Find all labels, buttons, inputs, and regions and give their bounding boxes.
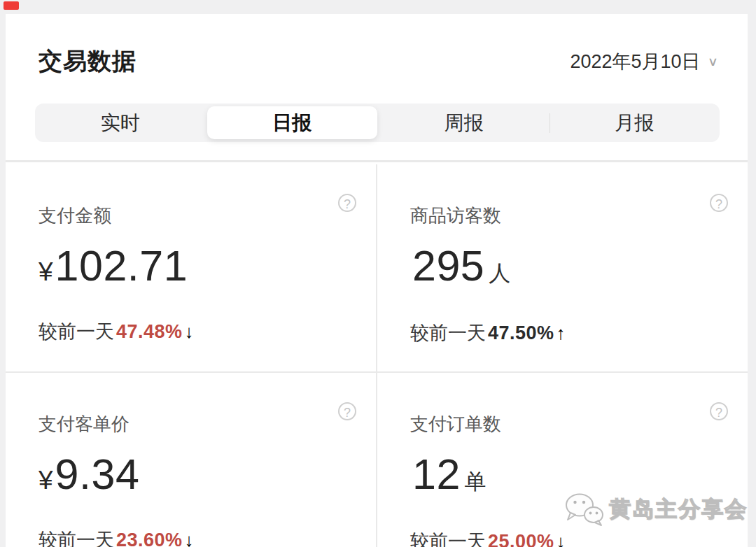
help-icon[interactable]: ? — [710, 402, 728, 420]
change-percent: 25.00% — [488, 530, 554, 547]
metric-change-row: 较前一天47.50%↑ — [410, 322, 720, 344]
help-icon[interactable]: ? — [338, 194, 356, 212]
metric-number: 295 — [412, 243, 484, 289]
metric-label: 支付订单数 — [410, 413, 720, 434]
arrow-down-icon: ↓ — [556, 530, 566, 547]
tab-monthly[interactable]: 月报 — [550, 106, 720, 139]
metric-unit: 单 — [465, 459, 486, 505]
header-row: 交易数据 2022年5月10日 ∨ — [6, 14, 748, 78]
metric-number: 9.34 — [55, 451, 140, 497]
card-payment-amount: 支付金额 ¥102.71 较前一天47.48%↓ ? — [6, 164, 376, 371]
metric-value: ¥9.34 — [38, 451, 348, 504]
compare-label: 较前一天 — [410, 530, 486, 547]
metric-cards-grid: 支付金额 ¥102.71 较前一天47.48%↓ ? 商品访客数 295人 较前… — [6, 164, 748, 547]
change-percent: 23.60% — [116, 529, 183, 547]
metric-number: 12 — [412, 451, 461, 497]
compare-label: 较前一天 — [410, 322, 486, 344]
metric-label: 商品访客数 — [410, 205, 720, 226]
tab-daily[interactable]: 日报 — [207, 106, 378, 139]
compare-label: 较前一天 — [38, 529, 114, 547]
tab-realtime[interactable]: 实时 — [35, 106, 206, 139]
metric-unit: 人 — [489, 250, 510, 297]
report-period-tabbar: 实时 日报 周报 月报 — [35, 104, 720, 142]
metric-change-row: 较前一天23.60%↓ — [38, 529, 348, 547]
help-icon[interactable]: ? — [338, 402, 356, 420]
metric-number: 102.71 — [55, 243, 188, 289]
metric-change-row: 较前一天25.00%↓ — [410, 530, 720, 547]
arrow-up-icon: ↑ — [556, 322, 566, 344]
header-section: 交易数据 2022年5月10日 ∨ 实时 日报 周报 月报 — [6, 14, 748, 162]
change-percent: 47.48% — [116, 320, 183, 343]
main-panel: 交易数据 2022年5月10日 ∨ 实时 日报 周报 月报 支付金额 ¥102.… — [6, 14, 748, 547]
watermark: 黄岛主分享会 — [564, 492, 748, 527]
card-payment-per-customer: 支付客单价 ¥9.34 较前一天23.60%↓ ? — [6, 373, 376, 547]
compare-label: 较前一天 — [38, 320, 114, 343]
date-label: 2022年5月10日 — [570, 49, 701, 74]
wechat-icon — [564, 492, 604, 527]
metric-change-row: 较前一天47.48%↓ — [38, 320, 348, 343]
date-picker[interactable]: 2022年5月10日 ∨ — [570, 49, 719, 74]
metric-label: 支付客单价 — [38, 413, 348, 434]
currency-symbol: ¥ — [38, 249, 53, 295]
metric-value: 295人 — [410, 243, 720, 297]
help-icon[interactable]: ? — [710, 194, 728, 212]
arrow-down-icon: ↓ — [185, 529, 194, 547]
metric-label: 支付金额 — [38, 205, 348, 226]
currency-symbol: ¥ — [38, 457, 53, 504]
chevron-down-icon: ∨ — [708, 55, 718, 69]
change-percent: 47.50% — [488, 322, 554, 344]
page-title: 交易数据 — [38, 45, 136, 78]
watermark-text: 黄岛主分享会 — [609, 495, 748, 524]
metric-value: ¥102.71 — [38, 243, 348, 295]
transaction-data-page: 交易数据 2022年5月10日 ∨ 实时 日报 周报 月报 支付金额 ¥102.… — [0, 0, 756, 547]
arrow-down-icon: ↓ — [185, 320, 194, 343]
tab-weekly[interactable]: 周报 — [379, 106, 550, 139]
card-product-visitors: 商品访客数 295人 较前一天47.50%↑ ? — [377, 164, 748, 371]
corner-red-mark — [4, 1, 19, 10]
